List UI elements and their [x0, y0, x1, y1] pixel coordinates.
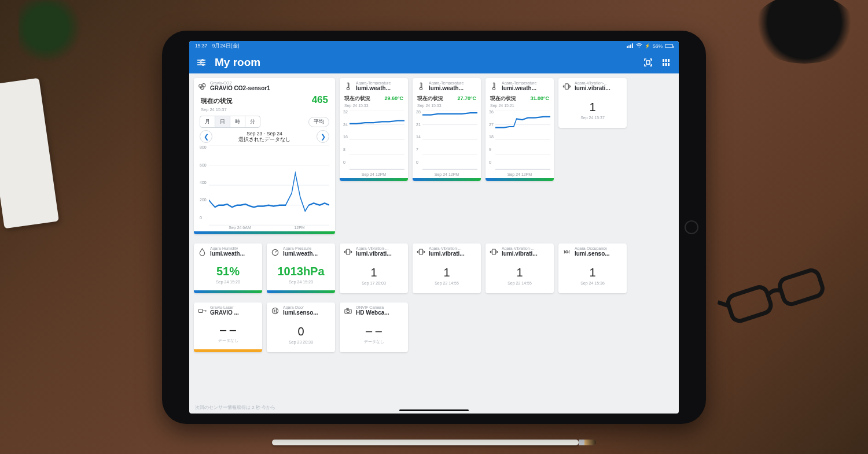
status-date: 9月24日(金) [212, 43, 240, 49]
decor-camera [752, 0, 856, 64]
svg-point-31 [420, 87, 422, 90]
temperature-value: 31.00°C [530, 95, 549, 101]
svg-point-7 [202, 59, 204, 61]
thermometer-icon [490, 82, 498, 91]
sensor-card-co2[interactable]: Gravio-CO2 GRAVIO CO2-sensor1 現在の状況 465 … [194, 78, 335, 234]
svg-rect-14 [663, 63, 664, 66]
tile-value: 1 [516, 266, 523, 279]
svg-point-8 [200, 61, 202, 63]
grid-icon[interactable] [661, 57, 672, 68]
battery-icon [665, 44, 673, 48]
tile-value: 0 [297, 325, 304, 338]
tile-value: 1 [443, 266, 450, 279]
svg-rect-13 [668, 59, 670, 62]
svg-point-37 [492, 87, 495, 90]
co2-timestamp: Sep 24 15:37 [194, 107, 335, 115]
svg-rect-12 [665, 59, 667, 62]
vibration-icon [417, 248, 425, 256]
svg-rect-2 [627, 46, 628, 48]
sensor-card[interactable]: Aqara-Doorlumi.senso...0Sep 23 20:38 [267, 302, 335, 352]
decor-glasses [718, 249, 845, 341]
svg-rect-43 [565, 84, 569, 89]
sensor-card[interactable]: Aqara-Humiditylumi.weath...51%Sep 24 15:… [194, 243, 262, 293]
thermometer-icon [344, 82, 352, 91]
menu-icon[interactable] [196, 57, 207, 68]
svg-rect-11 [663, 59, 664, 62]
sensor-card[interactable]: ONVIF CameraHD Webca...– –データなし [340, 302, 408, 352]
svg-rect-10 [646, 61, 650, 64]
sensor-card-temperature[interactable]: Aqara-Temperaturelumi.weath...現在の状況31.00… [486, 78, 554, 181]
seg-minute[interactable]: 分 [245, 116, 260, 127]
chart-prev-button[interactable]: ❮ [200, 130, 212, 143]
status-gradient-bar [194, 231, 335, 234]
sensor-card[interactable]: Aqara-Vibration-...lumi.vibrati...1Sep 2… [486, 243, 554, 293]
page-title: My room [215, 56, 260, 69]
seg-hour[interactable]: 時 [230, 116, 245, 127]
home-indicator[interactable] [399, 409, 469, 411]
door-icon [271, 307, 279, 315]
card-grid: Gravio-CO2 GRAVIO CO2-sensor1 現在の状況 465 … [189, 73, 679, 402]
svg-rect-15 [665, 63, 667, 66]
occupancy-icon [562, 248, 571, 256]
decor-branch [19, 0, 88, 69]
charging-icon: ⚡ [645, 43, 650, 49]
battery-pct: 56% [653, 43, 663, 49]
seg-day[interactable]: 日 [215, 116, 230, 127]
sensor-card[interactable]: Aqara-Vibration-...lumi.vibrati...1Sep 2… [413, 243, 481, 293]
sensor-card-vibration[interactable]: Aqara-Vibration-... lumi.vibrati... 1 Se… [558, 78, 627, 128]
svg-rect-49 [198, 309, 203, 313]
chart-nodata-label: 選択されたデータなし [238, 136, 290, 143]
laser-icon [198, 307, 207, 315]
temperature-chart: 32241680 [340, 108, 408, 171]
temperature-value: 29.60°C [384, 95, 403, 101]
scan-icon[interactable] [643, 57, 653, 68]
co2-chart: 800 600 400 200 0 [194, 144, 335, 225]
co2-value: 465 [312, 94, 328, 106]
signal-icon [627, 43, 634, 49]
status-bar: 15:37 9月24日(金) ⚡ 56% [189, 41, 679, 51]
tile-value: 1 [370, 266, 377, 279]
sensor-card-temperature[interactable]: Aqara-Temperaturelumi.weath...現在の状況29.60… [340, 78, 408, 181]
status-time: 15:37 [195, 43, 207, 49]
tile-value: – – [220, 323, 236, 337]
tablet-home-button[interactable] [685, 220, 698, 234]
sensor-card-temperature[interactable]: Aqara-Temperaturelumi.weath...現在の状況27.70… [413, 78, 481, 181]
seg-month[interactable]: 月 [200, 116, 215, 127]
chart-next-button[interactable]: ❯ [317, 130, 329, 143]
app-header: My room [189, 51, 679, 73]
svg-rect-16 [668, 63, 670, 66]
svg-point-9 [203, 64, 204, 65]
co2-icon [198, 82, 207, 91]
thermometer-icon [417, 82, 425, 91]
tablet-frame: 15:37 9月24日(金) ⚡ 56% My room [162, 31, 706, 424]
aggregate-mode[interactable]: 平均 [308, 117, 329, 127]
sensor-type: Gravio-CO2 [210, 81, 331, 86]
footer-status: 次回のセンサー情報取得は 2 秒 今から [189, 402, 679, 414]
droplet-icon [198, 248, 207, 256]
temperature-chart: 28211470 [413, 108, 481, 171]
sensor-card[interactable]: Aqara-Vibration-...lumi.vibrati...1Sep 1… [340, 243, 408, 293]
sensor-card[interactable]: Gravio-LaserGRAVIO ...– –データなし [194, 302, 262, 352]
vibration-icon [562, 82, 571, 91]
sensor-card[interactable]: Aqara-Pressurelumi.weath...1013hPaSep 24… [267, 243, 335, 293]
svg-rect-46 [420, 249, 423, 254]
svg-rect-45 [347, 249, 350, 254]
sensor-card[interactable]: Aqara-Occupancylumi.senso...1Sep 24 15:3… [558, 243, 627, 293]
gauge-icon [271, 248, 279, 256]
temperature-chart: 36271890 [486, 108, 554, 171]
tile-value: – – [366, 324, 382, 338]
tile-value: 51% [216, 265, 240, 278]
svg-rect-5 [632, 43, 633, 48]
camera-icon [344, 307, 352, 315]
svg-point-48 [566, 250, 568, 253]
wifi-icon [636, 43, 642, 49]
vibration-icon [344, 248, 352, 256]
temperature-value: 27.70°C [457, 95, 476, 101]
tile-value: 1 [589, 266, 595, 279]
sensor-name: GRAVIO CO2-sensor1 [210, 85, 331, 92]
status-label: 現在の状況 [201, 97, 233, 105]
time-range-segments: 月 日 時 分 [200, 116, 260, 128]
vibration-icon [490, 248, 498, 256]
svg-point-54 [347, 310, 350, 313]
svg-rect-47 [492, 249, 496, 254]
